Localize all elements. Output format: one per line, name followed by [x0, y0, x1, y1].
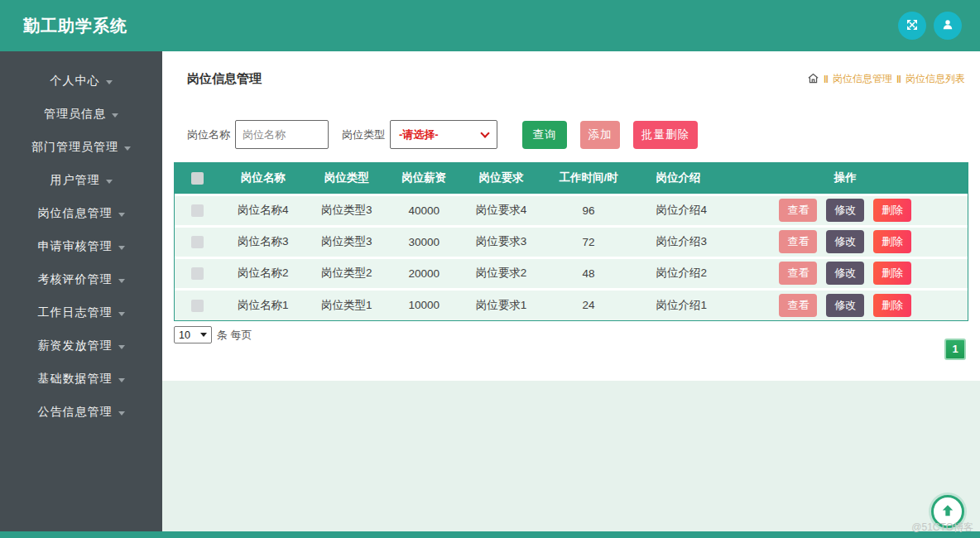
- footer-bar: [0, 531, 980, 538]
- main-content: 岗位信息管理 ‖ 岗位信息管理 ‖ 岗位信息列表: [162, 51, 980, 538]
- content-panel: 岗位信息管理 ‖ 岗位信息管理 ‖ 岗位信息列表: [162, 51, 980, 381]
- chevron-down-icon: [200, 333, 207, 337]
- select-all-checkbox[interactable]: [191, 172, 204, 185]
- job-type-select[interactable]: -请选择-: [390, 120, 497, 149]
- cell-job-salary: 30000: [387, 226, 462, 257]
- sidebar-item-label: 工作日志管理: [38, 305, 113, 320]
- chevron-down-icon: [118, 378, 125, 382]
- app-header: 勤工助学系统: [0, 0, 980, 51]
- user-icon: [940, 17, 955, 35]
- view-button[interactable]: 查看: [779, 294, 817, 317]
- cell-job-type: 岗位类型3: [306, 195, 387, 226]
- job-type-label: 岗位类型: [342, 127, 385, 142]
- column-header-job-name: 岗位名称: [219, 163, 306, 195]
- fullscreen-button[interactable]: [898, 12, 926, 40]
- breadcrumb-item-job-info-list[interactable]: 岗位信息列表: [906, 72, 965, 86]
- cell-job-intro: 岗位介绍4: [636, 195, 772, 226]
- cell-job-salary: 40000: [387, 195, 462, 226]
- cell-job-requirement: 岗位要求4: [461, 195, 541, 226]
- cell-job-intro: 岗位介绍2: [636, 257, 772, 289]
- cell-job-requirement: 岗位要求2: [461, 257, 541, 289]
- pagination-bar: 10 条 每页: [174, 326, 980, 343]
- chevron-down-icon: [118, 312, 125, 316]
- page-size-select[interactable]: 10: [174, 326, 212, 343]
- delete-button[interactable]: 删除: [873, 294, 911, 317]
- sidebar-item-label: 个人中心: [50, 74, 100, 89]
- app-title: 勤工助学系统: [23, 15, 127, 37]
- sidebar-item-label: 用户管理: [50, 173, 100, 188]
- job-type-select-value: -请选择-: [399, 127, 439, 142]
- sidebar-item-assessment-mgmt[interactable]: 考核评价管理: [0, 263, 162, 296]
- chevron-down-icon: [112, 113, 118, 118]
- cell-job-type: 岗位类型2: [306, 257, 387, 289]
- breadcrumb: ‖ 岗位信息管理 ‖ 岗位信息列表: [807, 72, 965, 87]
- cell-job-name: 岗位名称2: [219, 257, 306, 289]
- sidebar-item-personal-center[interactable]: 个人中心: [0, 65, 162, 98]
- edit-button[interactable]: 修改: [826, 230, 864, 253]
- user-profile-button[interactable]: [934, 12, 962, 40]
- sidebar-item-announcement-mgmt[interactable]: 公告信息管理: [0, 396, 162, 429]
- delete-button[interactable]: 删除: [873, 262, 911, 285]
- query-button[interactable]: 查询: [522, 121, 567, 149]
- view-button[interactable]: 查看: [779, 230, 817, 253]
- sidebar-item-application-review-mgmt[interactable]: 申请审核管理: [0, 230, 162, 263]
- breadcrumb-item-job-info-mgmt[interactable]: 岗位信息管理: [833, 72, 892, 86]
- sidebar-item-work-log-mgmt[interactable]: 工作日志管理: [0, 296, 162, 329]
- chevron-down-icon: [124, 147, 131, 151]
- table-header-row: 岗位名称 岗位类型 岗位薪资 岗位要求 工作时间/时 岗位介绍 操作: [175, 163, 968, 195]
- table-row: 岗位名称1 岗位类型1 10000 岗位要求1 24 岗位介绍1 查看 修改 删…: [175, 289, 968, 320]
- cell-job-type: 岗位类型3: [306, 226, 387, 257]
- sidebar-item-salary-mgmt[interactable]: 薪资发放管理: [0, 329, 162, 363]
- cell-job-type: 岗位类型1: [306, 289, 387, 320]
- sidebar-item-dept-admin-mgmt[interactable]: 部门管理员管理: [0, 131, 162, 164]
- cell-job-intro: 岗位介绍1: [636, 289, 772, 320]
- view-button[interactable]: 查看: [779, 199, 817, 222]
- sidebar-item-job-info-mgmt[interactable]: 岗位信息管理: [0, 197, 162, 230]
- table-row: 岗位名称4 岗位类型3 40000 岗位要求4 96 岗位介绍4 查看 修改 删…: [175, 195, 968, 226]
- column-header-work-hours: 工作时间/时: [541, 163, 637, 195]
- chevron-down-icon: [118, 411, 125, 416]
- table-row: 岗位名称3 岗位类型3 30000 岗位要求3 72 岗位介绍3 查看 修改 删…: [175, 226, 968, 257]
- column-header-job-intro: 岗位介绍: [636, 163, 772, 195]
- sidebar: 个人中心 管理员信息 部门管理员管理 用户管理 岗位信息管理 申请审核管理 考核…: [0, 51, 162, 538]
- column-header-job-type: 岗位类型: [306, 163, 387, 195]
- edit-button[interactable]: 修改: [826, 262, 864, 285]
- cell-job-requirement: 岗位要求3: [461, 226, 541, 257]
- sidebar-item-label: 岗位信息管理: [38, 206, 113, 221]
- row-checkbox[interactable]: [191, 236, 204, 248]
- sidebar-item-base-data-mgmt[interactable]: 基础数据管理: [0, 363, 162, 396]
- sidebar-item-label: 申请审核管理: [38, 239, 113, 254]
- job-name-input[interactable]: [235, 120, 329, 149]
- edit-button[interactable]: 修改: [826, 294, 864, 317]
- arrow-up-icon: [939, 502, 956, 521]
- chevron-down-icon: [118, 345, 125, 349]
- view-button[interactable]: 查看: [779, 262, 817, 285]
- cell-job-requirement: 岗位要求1: [461, 289, 541, 320]
- app-root: 勤工助学系统: [0, 0, 980, 538]
- sidebar-item-admin-info[interactable]: 管理员信息: [0, 98, 162, 131]
- cell-work-hours: 72: [541, 226, 637, 257]
- batch-delete-button[interactable]: 批量删除: [633, 121, 698, 149]
- per-page-label: 条 每页: [217, 328, 252, 343]
- page-number-button[interactable]: 1: [944, 339, 966, 360]
- delete-button[interactable]: 删除: [873, 230, 911, 253]
- row-checkbox[interactable]: [191, 204, 204, 217]
- home-icon[interactable]: [807, 72, 819, 87]
- sidebar-item-label: 管理员信息: [44, 107, 106, 122]
- cell-job-name: 岗位名称4: [219, 195, 306, 226]
- table-row: 岗位名称2 岗位类型2 20000 岗位要求2 48 岗位介绍2 查看 修改 删…: [175, 257, 968, 289]
- edit-button[interactable]: 修改: [826, 199, 864, 222]
- chevron-down-icon: [480, 128, 489, 137]
- chevron-down-icon: [118, 279, 125, 283]
- filter-bar: 岗位名称 岗位类型 -请选择- 查询 添加 批量删除: [162, 120, 980, 149]
- row-checkbox[interactable]: [191, 267, 204, 280]
- column-header-operations: 操作: [772, 163, 968, 195]
- sidebar-item-user-mgmt[interactable]: 用户管理: [0, 164, 162, 197]
- page-size-value: 10: [179, 329, 190, 341]
- breadcrumb-separator: ‖: [824, 74, 829, 85]
- delete-button[interactable]: 删除: [873, 199, 911, 222]
- cell-job-salary: 10000: [387, 289, 462, 320]
- row-checkbox[interactable]: [191, 300, 204, 312]
- column-header-job-requirement: 岗位要求: [461, 163, 541, 195]
- add-button[interactable]: 添加: [580, 121, 620, 149]
